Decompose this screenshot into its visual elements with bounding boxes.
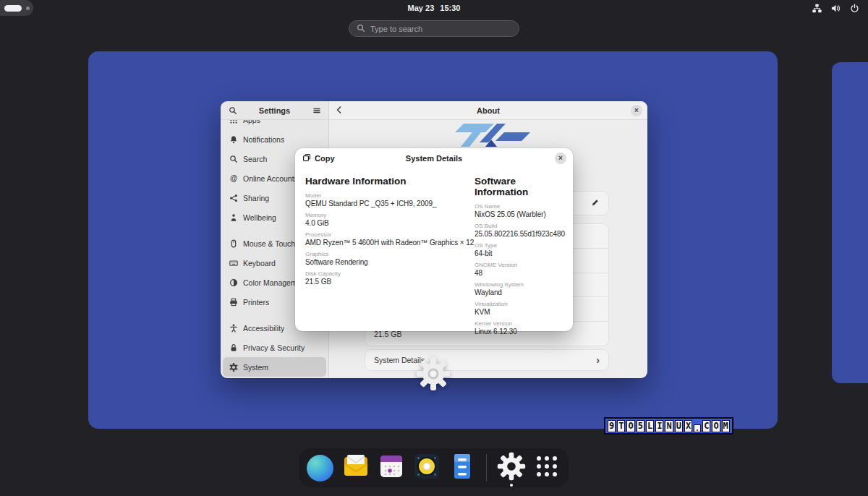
share-nodes-icon [229,193,238,202]
watermark-letter: T [617,420,625,432]
music-speaker-icon [413,453,441,483]
info-value: NixOS 25.05 (Warbler) [475,210,565,218]
dock-item-app-grid[interactable] [534,453,561,482]
sidebar-item-label: Apps [243,120,260,124]
gear-icon [229,362,238,372]
dock-separator [486,454,487,482]
sidebar-header: Settings [221,101,328,120]
watermark-letter: I [655,420,663,432]
dock-item-files[interactable] [448,453,476,482]
dock-item-mail[interactable] [342,453,370,482]
hardware-info-row: Processor AMD Ryzen™ 5 4600H with Radeon… [305,231,466,247]
clock-time: 15:30 [440,4,460,12]
close-icon[interactable]: × [555,153,566,164]
watermark-letter: C [702,420,710,432]
info-label: Processor [305,231,466,238]
dock-item-calendar[interactable] [378,453,405,482]
watermark-letter: . [694,424,701,432]
system-details-row[interactable]: System Details › [365,350,608,370]
chevron-right-icon: › [596,354,600,366]
dock [299,448,569,487]
sidebar-item-apps[interactable]: Apps [223,120,326,129]
watermark-letter: M [722,420,730,432]
hardware-info-row: Graphics Software Rendering [305,251,466,266]
watermark-letter: O [712,420,720,432]
sidebar-item-system[interactable]: System [223,357,326,377]
system-details-dialog: Copy System Details × Hardware Informati… [295,148,573,331]
info-label: OS Name [475,203,565,210]
info-label: Disk Capacity [305,270,466,277]
watermark-letter: 9 [608,420,616,432]
search-icon[interactable] [228,106,237,115]
software-heading: Software Information [475,176,565,197]
hardware-info-row: Memory 4.0 GiB [305,212,466,227]
search-placeholder: Type to search [370,25,422,33]
sidebar-item-label: Wellbeing [243,213,276,222]
magnifier-icon [229,154,238,163]
hardware-heading: Hardware Information [305,176,466,187]
sidebar-item-label: Online Accounts [243,174,298,183]
sidebar-item-label: Keyboard [243,259,276,268]
person-icon [229,213,238,222]
software-info-row: OS Build 25.05.802216.55d1f923c480 [475,223,565,238]
software-info-row: Windowing System Wayland [475,281,565,296]
info-value: 25.05.802216.55d1f923c480 [475,230,565,238]
software-info-row: GNOME Version 48 [475,262,565,277]
keyboard-icon [229,258,238,268]
info-label: Model [305,192,466,199]
search-input[interactable]: Type to search [349,20,519,37]
settings-gear-icon [497,452,526,484]
close-icon[interactable]: × [631,105,642,116]
software-info-row: Kernel Version Linux 6.12.30 [475,320,565,335]
dock-item-music[interactable] [413,453,441,482]
mouse-icon [229,239,238,248]
mail-icon [342,453,370,483]
apps-grid-icon [229,120,238,124]
app-grid-icon [535,454,559,482]
color-profile-icon [229,278,238,287]
pencil-icon[interactable] [591,197,600,210]
software-rows: OS Name NixOS 25.05 (Warbler) OS Build 2… [475,203,565,335]
software-info-row: OS Name NixOS 25.05 (Warbler) [475,203,565,218]
dialog-header: Copy System Details × [295,148,573,168]
dock-item-web-browser[interactable] [307,453,334,482]
info-value: 64-bit [475,249,565,257]
network-wired-icon [812,4,822,13]
software-info-row: Virtualization KVM [475,301,565,316]
system-status-area[interactable] [812,0,859,16]
sidebar-item-label: Accessibility [243,324,284,333]
info-label: Windowing System [475,281,565,288]
dialog-title: System Details [295,154,573,163]
sidebar-title: Settings [237,106,312,115]
software-column: Software Information OS Name NixOS 25.05… [475,173,565,340]
workspace-next-partial[interactable] [832,62,868,383]
watermark-letter: 5 [637,420,644,432]
at-sign-icon: @ [229,174,238,183]
sidebar-item-label: Search [243,155,267,163]
info-value: 4.0 GiB [305,219,466,227]
menu-icon[interactable] [312,106,321,115]
sidebar-item-label: Privacy & Security [243,343,305,352]
sidebar-item-label: System [243,363,268,372]
info-value: 21.5 GB [305,278,466,286]
watermark-letter: O [626,420,634,432]
settings-window[interactable]: Settings Apps Notifications Search @ [221,101,647,378]
info-value: 48 [475,269,565,277]
info-label: Kernel Version [475,320,565,327]
info-label: GNOME Version [475,262,565,268]
sidebar-item-label: Printers [243,298,269,307]
watermark-letter: N [665,420,673,432]
dock-item-settings[interactable] [497,453,526,482]
calendar-icon [378,453,405,483]
clock[interactable]: May 23 15:30 [0,0,868,16]
info-value: QEMU Standard PC _Q35 + ICH9, 2009_ [305,200,466,208]
settings-app-badge-gear-icon[interactable] [416,356,451,394]
info-value: Linux 6.12.30 [475,328,565,335]
sidebar-item-label: Sharing [243,194,269,202]
sidebar-item-notifications[interactable]: Notifications [223,129,326,149]
hardware-info-row: Model QEMU Standard PC _Q35 + ICH9, 2009… [305,192,466,208]
hardware-column: Hardware Information Model QEMU Standard… [305,173,466,340]
sidebar-item-privacy-security[interactable]: Privacy & Security [223,338,326,357]
info-label: OS Type [475,242,565,249]
power-icon [850,4,859,13]
